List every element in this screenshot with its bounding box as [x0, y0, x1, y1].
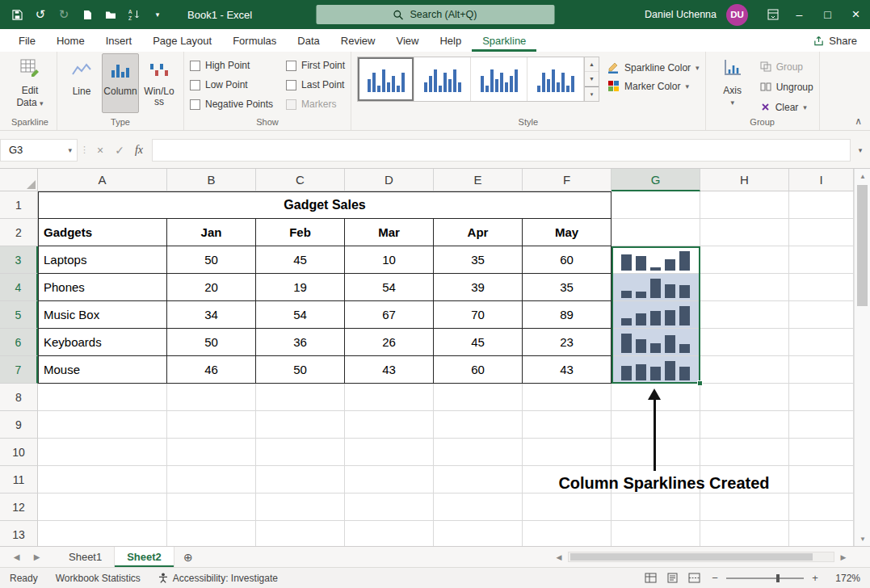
- formula-bar-expand-icon[interactable]: ▾: [851, 139, 870, 162]
- cell-h2[interactable]: [700, 219, 789, 246]
- cell-e9[interactable]: [434, 411, 523, 439]
- cell-a3[interactable]: Laptops: [38, 246, 167, 274]
- cell-d12[interactable]: [345, 494, 434, 521]
- column-header-g[interactable]: G: [612, 169, 700, 191]
- minimize-button[interactable]: –: [785, 0, 813, 29]
- type-button-column[interactable]: Column: [102, 53, 139, 113]
- row-header-10[interactable]: 10: [0, 439, 38, 466]
- cell-i13[interactable]: [789, 521, 854, 546]
- sort-button[interactable]: AZ: [124, 4, 145, 25]
- tab-home[interactable]: Home: [46, 29, 95, 52]
- cell-g7-sparkline[interactable]: [612, 356, 700, 384]
- column-header-d[interactable]: D: [345, 169, 434, 191]
- hscroll-left-icon[interactable]: ◀: [552, 553, 566, 561]
- scroll-up-icon[interactable]: ▲: [855, 169, 870, 183]
- cell-e13[interactable]: [434, 521, 523, 546]
- tab-formulas[interactable]: Formulas: [222, 29, 287, 52]
- fill-handle[interactable]: [697, 380, 703, 386]
- cell-d8[interactable]: [345, 384, 434, 411]
- cell-h6[interactable]: [700, 329, 789, 356]
- cell-g1[interactable]: [612, 191, 700, 219]
- cell-f4[interactable]: 35: [523, 274, 612, 301]
- cell-c9[interactable]: [256, 411, 345, 439]
- cell-f5[interactable]: 89: [523, 301, 612, 329]
- checkbox-last-point[interactable]: Last Point: [286, 79, 345, 90]
- hscroll-right-icon[interactable]: ▶: [836, 553, 851, 561]
- cell-c4[interactable]: 19: [256, 274, 345, 301]
- gallery-up-icon[interactable]: ▲: [585, 57, 599, 72]
- column-header-c[interactable]: C: [256, 169, 345, 191]
- cell-a8[interactable]: [38, 384, 167, 411]
- sheet-nav-right-icon[interactable]: ▶: [34, 552, 40, 561]
- cell-a11[interactable]: [38, 466, 167, 494]
- insert-function-button[interactable]: fx: [129, 139, 149, 162]
- checkbox-low-point[interactable]: Low Point: [190, 79, 273, 90]
- cell-b3[interactable]: 50: [167, 246, 256, 274]
- cell-c11[interactable]: [256, 466, 345, 494]
- cell-d3[interactable]: 10: [345, 246, 434, 274]
- cell-d2[interactable]: Mar: [345, 219, 434, 246]
- save-button[interactable]: [6, 4, 27, 25]
- edit-data-button[interactable]: Edit Data ▾: [9, 53, 51, 113]
- column-header-h[interactable]: H: [700, 169, 789, 191]
- cell-h4[interactable]: [700, 274, 789, 301]
- cell-g2[interactable]: [612, 219, 700, 246]
- scroll-down-icon[interactable]: ▼: [855, 531, 870, 546]
- cell-c2[interactable]: Feb: [256, 219, 345, 246]
- new-sheet-button[interactable]: ⊕: [174, 551, 202, 564]
- tab-view[interactable]: View: [385, 29, 429, 52]
- tab-help[interactable]: Help: [429, 29, 472, 52]
- cell-b5[interactable]: 34: [167, 301, 256, 329]
- cell-i8[interactable]: [789, 384, 854, 411]
- page-break-view-icon[interactable]: [688, 573, 700, 583]
- cell-i10[interactable]: [789, 439, 854, 466]
- group-button[interactable]: Group: [760, 58, 813, 75]
- cell-g13[interactable]: [612, 521, 700, 546]
- gallery-down-icon[interactable]: ▼: [585, 72, 599, 86]
- column-header-i[interactable]: I: [789, 169, 854, 191]
- cell-i7[interactable]: [789, 356, 854, 384]
- cell-f10[interactable]: [523, 439, 612, 466]
- tab-insert[interactable]: Insert: [95, 29, 143, 52]
- cell-a7[interactable]: Mouse: [38, 356, 167, 384]
- cell-i12[interactable]: [789, 494, 854, 521]
- vertical-scroll-thumb[interactable]: [857, 185, 868, 306]
- zoom-level[interactable]: 172%: [830, 573, 860, 584]
- sheet-tab-sheet1[interactable]: Sheet1: [57, 547, 115, 567]
- cell-f2[interactable]: May: [523, 219, 612, 246]
- checkbox-markers[interactable]: Markers: [286, 99, 345, 110]
- cell-e11[interactable]: [434, 466, 523, 494]
- zoom-in-button[interactable]: +: [810, 572, 820, 584]
- row-header-9[interactable]: 9: [0, 411, 38, 439]
- collapse-ribbon-button[interactable]: ∧: [855, 116, 862, 127]
- ribbon-display-options-icon[interactable]: [761, 0, 785, 29]
- share-button[interactable]: Share: [813, 35, 857, 47]
- cell-e2[interactable]: Apr: [434, 219, 523, 246]
- clear-button[interactable]: Clear▾: [760, 99, 813, 116]
- cell-a1-merged-title[interactable]: Gadget Sales: [38, 191, 612, 219]
- marker-color-button[interactable]: Marker Color ▾: [607, 80, 700, 92]
- hscroll-thumb[interactable]: [570, 553, 813, 561]
- cell-b4[interactable]: 20: [167, 274, 256, 301]
- cell-g12[interactable]: [612, 494, 700, 521]
- cell-e4[interactable]: 39: [434, 274, 523, 301]
- cell-a2[interactable]: Gadgets: [38, 219, 167, 246]
- cell-g9[interactable]: [612, 411, 700, 439]
- cell-b2[interactable]: Jan: [167, 219, 256, 246]
- cell-f3[interactable]: 60: [523, 246, 612, 274]
- cell-i2[interactable]: [789, 219, 854, 246]
- user-name[interactable]: Daniel Uchenna: [645, 9, 717, 20]
- cell-c12[interactable]: [256, 494, 345, 521]
- cell-h8[interactable]: [700, 384, 789, 411]
- cell-g10[interactable]: [612, 439, 700, 466]
- row-header-7[interactable]: 7: [0, 356, 38, 384]
- tab-data[interactable]: Data: [287, 29, 330, 52]
- cell-g4-sparkline[interactable]: [612, 274, 700, 301]
- gallery-more-icon[interactable]: ▾: [585, 86, 599, 101]
- sparkline-style-option-1[interactable]: [358, 57, 414, 101]
- cell-h7[interactable]: [700, 356, 789, 384]
- horizontal-scrollbar[interactable]: ◀ ▶: [552, 547, 870, 567]
- zoom-slider[interactable]: [726, 578, 804, 579]
- enter-button[interactable]: ✓: [110, 139, 129, 162]
- cell-d5[interactable]: 67: [345, 301, 434, 329]
